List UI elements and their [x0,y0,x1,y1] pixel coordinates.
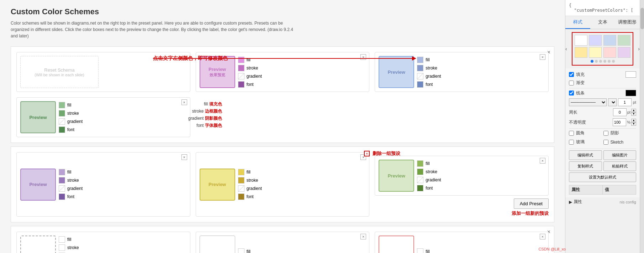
sketch-checkbox[interactable] [603,140,608,145]
panel-properties: 填充 渐变 线条 ───────── ▼ pt 周长 [565,68,640,197]
stroke-swatch-green2[interactable] [417,169,423,175]
perimeter-up[interactable]: ▲ [631,109,636,112]
stroke-swatch-purple2[interactable] [59,177,65,184]
page-description: Color schemes will be shown in diagrams.… [11,20,295,39]
preview-purple2: Preview [20,169,56,201]
opacity-input[interactable] [613,118,626,126]
sketch-row: Sketch [603,139,637,145]
close-btn-blue[interactable]: × [540,54,545,60]
close-btn-green[interactable]: × [181,99,187,105]
font-swatch-purple[interactable] [238,81,244,88]
swatch-light-yellow[interactable] [575,47,587,58]
add-annotation-label: 添加一组新的预设 [512,210,549,217]
close-btn-purple[interactable]: × [360,54,366,60]
close-btn-purple2[interactable]: × [181,154,187,160]
paste-style-button[interactable]: 粘贴样式 [603,161,637,171]
schemes-grid-row2: × Preview fill stroke gradient font × Pr… [16,152,549,217]
fill-color-box[interactable] [625,71,636,78]
reset-box: Reset Schema (Will be shown in each slid… [20,56,99,88]
gradient-swatch-purple2[interactable] [59,185,65,192]
schemes-grid-row3: fill stroke gradient font × fill × fil [16,232,549,253]
dot-3[interactable] [599,60,602,63]
gradient-swatch-green2[interactable] [417,177,423,183]
edit-diagram-button[interactable]: 编辑图片 [603,150,637,160]
swatch-pink[interactable] [603,47,616,58]
swatch-nav-left[interactable]: ‹ [565,46,567,52]
stroke-item-green: stroke [59,110,83,117]
opacity-down[interactable]: ▼ [631,122,636,126]
swatch-white[interactable] [575,35,587,46]
right-panel: { "customPresetColors": [ 样式 文本 调整图形 ‹ [565,0,640,253]
perimeter-stepper: ▲ ▼ [631,109,636,116]
add-preset-button[interactable]: Add Preset [514,198,549,209]
swatch-light-green[interactable] [618,35,630,46]
fill-swatch-purple[interactable] [238,57,244,63]
gradient-checkbox[interactable] [569,81,574,86]
line-row: 线条 [569,90,636,96]
fill-swatch-green2[interactable] [417,160,423,167]
dot-6[interactable] [612,60,615,63]
fill-swatch-blue[interactable] [417,57,423,63]
line-color-box[interactable] [625,90,636,96]
font-swatch-purple2[interactable] [59,193,65,200]
glass-checkbox[interactable] [569,140,574,145]
opacity-up[interactable]: ▲ [631,119,636,122]
dot-2[interactable] [595,60,598,63]
font-swatch-yellow[interactable] [238,193,244,200]
stroke-swatch-yellow[interactable] [238,177,244,184]
line-style-select[interactable]: ───────── [569,98,607,106]
line-width-input[interactable] [618,98,632,106]
font-swatch-blue[interactable] [417,81,423,88]
tab-style[interactable]: 样式 [565,16,590,29]
copy-style-button[interactable]: 复制样式 [569,161,602,171]
perimeter-input[interactable] [613,108,627,116]
gradient-swatch-purple[interactable] [238,73,244,79]
swatch-grid [575,35,630,58]
collapse-icon[interactable]: ▶ [569,200,572,205]
preview-outline [20,236,56,253]
dot-1[interactable] [591,60,593,63]
fill-swatch-green[interactable] [59,102,65,108]
preview-purple: Preview效果预览 [200,56,235,88]
shadow-checkbox[interactable] [603,131,608,136]
set-default-button[interactable]: 设置为默认样式 [569,172,636,182]
scheme-card-purple2: × Preview fill stroke gradient font [16,152,190,217]
font-swatch-green2[interactable] [417,185,423,191]
sketch-label: Sketch [611,140,637,145]
attr-label: 属性 [569,185,603,194]
dot-5[interactable] [608,60,611,63]
scrollbar-thumb[interactable] [640,8,644,29]
tab-text[interactable]: 文本 [590,16,615,29]
swatch-cream[interactable] [589,47,602,58]
round-corner-checkbox[interactable] [569,131,574,136]
edit-style-button[interactable]: 编辑样式 [569,150,602,160]
close-btn-yellow[interactable]: × [360,154,366,160]
line-checkbox[interactable] [569,91,574,95]
scheme-card-green: × Preview fill stroke gradient [16,97,190,137]
fill-swatch-yellow[interactable] [238,169,244,175]
gradient-item-blue: gradient [417,73,441,79]
perimeter-row: 周长 pt ▲ ▼ [569,108,636,116]
fill-swatch-purple2[interactable] [59,169,65,175]
stroke-swatch-purple[interactable] [238,65,244,71]
gradient-swatch-yellow[interactable] [238,185,244,192]
swatch-lilac[interactable] [618,47,630,58]
fill-swatch-out[interactable] [59,236,65,243]
swatch-light-blue[interactable] [603,35,616,46]
glass-row: 玻璃 [569,139,602,145]
gradient-swatch-green[interactable] [59,118,65,125]
font-swatch-green[interactable] [59,127,65,133]
line-style-select2[interactable]: ▼ [608,98,617,106]
dot-4[interactable] [603,60,606,63]
perimeter-down[interactable]: ▼ [631,112,636,116]
scheme-card-purple: × Preview效果预览 fill stroke gradien [196,52,370,92]
separator2 [569,128,636,129]
stroke-swatch-blue[interactable] [417,65,423,71]
gradient-swatch-blue[interactable] [417,73,423,79]
tab-adjust[interactable]: 调整图形 [615,16,640,29]
swatch-lavender[interactable] [589,35,602,46]
scrollbar[interactable] [640,0,644,253]
fill-checkbox[interactable] [569,72,574,77]
close-btn-green2[interactable]: × [540,158,545,164]
stroke-swatch-green[interactable] [59,110,65,117]
